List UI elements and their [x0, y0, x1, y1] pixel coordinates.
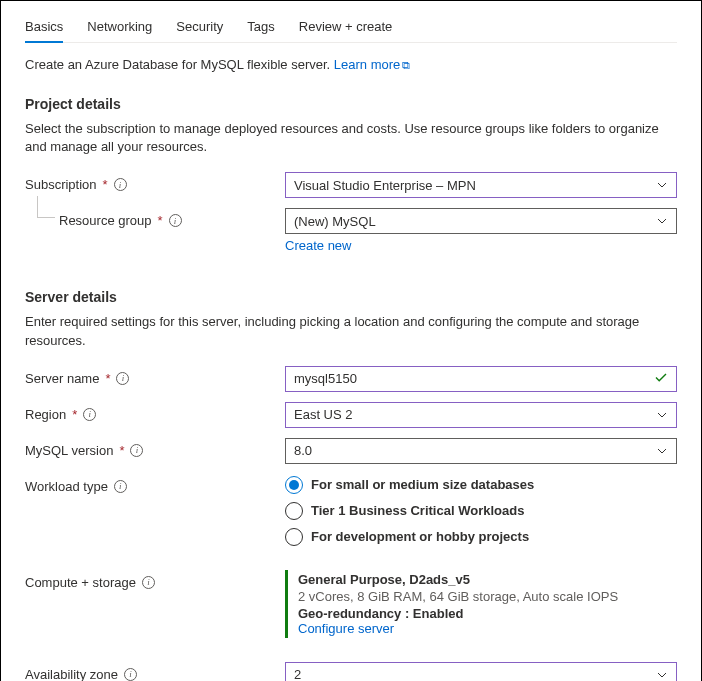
- subscription-label: Subscription* i: [25, 172, 285, 192]
- external-link-icon: ⧉: [402, 59, 410, 71]
- info-icon[interactable]: i: [114, 480, 127, 493]
- workload-type-radio-group: For small or medium size databases Tier …: [285, 474, 677, 546]
- info-icon[interactable]: i: [169, 214, 182, 227]
- info-icon[interactable]: i: [116, 372, 129, 385]
- radio-icon: [285, 528, 303, 546]
- required-icon: *: [105, 371, 110, 386]
- workload-option-tier1[interactable]: Tier 1 Business Critical Workloads: [285, 502, 677, 520]
- check-icon: [654, 370, 668, 387]
- intro-text: Create an Azure Database for MySQL flexi…: [25, 57, 677, 72]
- info-icon[interactable]: i: [142, 576, 155, 589]
- region-label: Region* i: [25, 402, 285, 422]
- chevron-down-icon: [656, 669, 668, 681]
- server-name-label: Server name* i: [25, 366, 285, 386]
- required-icon: *: [72, 407, 77, 422]
- tab-bar: Basics Networking Security Tags Review +…: [25, 13, 677, 43]
- subscription-select[interactable]: Visual Studio Enterprise – MPN: [285, 172, 677, 198]
- resource-group-label: Resource group* i: [25, 208, 285, 228]
- info-icon[interactable]: i: [114, 178, 127, 191]
- workload-option-dev-hobby[interactable]: For development or hobby projects: [285, 528, 677, 546]
- compute-geo: Geo-redundancy : Enabled: [298, 606, 677, 621]
- compute-sku: General Purpose, D2ads_v5: [298, 572, 677, 587]
- chevron-down-icon: [656, 179, 668, 191]
- create-new-link[interactable]: Create new: [285, 238, 351, 253]
- availability-zone-select[interactable]: 2: [285, 662, 677, 681]
- chevron-down-icon: [656, 409, 668, 421]
- compute-storage-label: Compute + storage i: [25, 570, 285, 590]
- radio-icon: [285, 502, 303, 520]
- info-icon[interactable]: i: [83, 408, 96, 421]
- mysql-version-label: MySQL version* i: [25, 438, 285, 458]
- availability-zone-label: Availability zone i: [25, 662, 285, 681]
- resource-group-select[interactable]: (New) MySQL: [285, 208, 677, 234]
- workload-option-small-medium[interactable]: For small or medium size databases: [285, 476, 677, 494]
- info-icon[interactable]: i: [130, 444, 143, 457]
- tab-basics[interactable]: Basics: [25, 13, 63, 42]
- required-icon: *: [119, 443, 124, 458]
- required-icon: *: [103, 177, 108, 192]
- server-details-heading: Server details: [25, 289, 677, 305]
- required-icon: *: [158, 213, 163, 228]
- tab-tags[interactable]: Tags: [247, 13, 274, 42]
- tab-networking[interactable]: Networking: [87, 13, 152, 42]
- tab-security[interactable]: Security: [176, 13, 223, 42]
- intro-copy: Create an Azure Database for MySQL flexi…: [25, 57, 334, 72]
- project-details-heading: Project details: [25, 96, 677, 112]
- radio-icon: [285, 476, 303, 494]
- project-details-desc: Select the subscription to manage deploy…: [25, 120, 677, 156]
- configure-server-link[interactable]: Configure server: [298, 621, 394, 636]
- chevron-down-icon: [656, 445, 668, 457]
- mysql-version-select[interactable]: 8.0: [285, 438, 677, 464]
- tab-review-create[interactable]: Review + create: [299, 13, 393, 42]
- workload-type-label: Workload type i: [25, 474, 285, 494]
- region-select[interactable]: East US 2: [285, 402, 677, 428]
- compute-storage-summary: General Purpose, D2ads_v5 2 vCores, 8 Gi…: [285, 570, 677, 638]
- server-name-input[interactable]: mysql5150: [285, 366, 677, 392]
- chevron-down-icon: [656, 215, 668, 227]
- compute-detail: 2 vCores, 8 GiB RAM, 64 GiB storage, Aut…: [298, 589, 677, 604]
- learn-more-link[interactable]: Learn more⧉: [334, 57, 410, 72]
- tree-line-icon: [37, 196, 55, 218]
- server-details-desc: Enter required settings for this server,…: [25, 313, 677, 349]
- info-icon[interactable]: i: [124, 668, 137, 681]
